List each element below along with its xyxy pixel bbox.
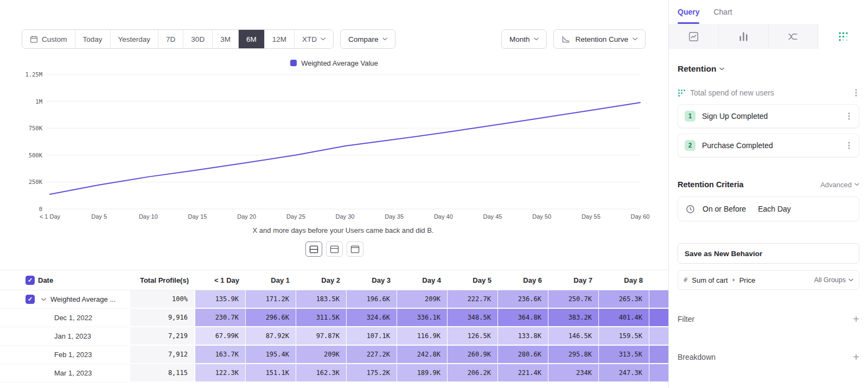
row-view-toggles (0, 241, 668, 257)
table-header-row: ✓DateTotal Profile(s)< 1 DayDay 1Day 2Da… (0, 270, 668, 290)
column-header-day-3: Day 3 (347, 270, 397, 290)
chart-type-bar-chart[interactable] (719, 24, 769, 49)
column-header-day-5: Day 5 (448, 270, 498, 290)
row-expander-icon[interactable] (41, 298, 46, 301)
app-root: CustomTodayYesterday7D30D3M6M12MXTD Comp… (0, 0, 868, 388)
save-behavior-button[interactable]: Save as New Behavior (678, 243, 859, 264)
day-value-cell: 236.6K (498, 290, 548, 309)
column-header-day-2: Day 2 (296, 270, 347, 290)
day-value-cell: 221.4K (498, 364, 548, 383)
row-checkbox-cell (0, 346, 38, 364)
compare-label: Compare (348, 35, 379, 43)
view-toggle-rows-split[interactable] (305, 241, 322, 257)
total-profiles-cell: 7,219 (130, 327, 195, 346)
range-button-yesterday[interactable]: Yesterday (110, 30, 158, 48)
tab-query[interactable]: Query (678, 0, 699, 24)
retention-section-header[interactable]: Retention (678, 64, 859, 74)
criteria-card[interactable]: On or Before Each Day (678, 196, 859, 221)
day-value-cell: 247.3K (599, 364, 649, 383)
total-profiles-cell: 100% (130, 290, 195, 309)
chevron-down-icon (321, 37, 326, 41)
criteria-value: Each Day (758, 205, 791, 213)
step-label: Sign Up Completed (702, 112, 839, 120)
kebab-menu-icon[interactable] (846, 111, 852, 121)
granularity-dropdown[interactable]: Month (501, 29, 547, 49)
x-tick-label: Day 5 (91, 213, 107, 220)
measure-property: Sum of cart (692, 276, 727, 284)
day-value-cell: 67.99K (195, 327, 246, 346)
legend-label: Weighted Average Value (301, 59, 378, 67)
range-button-12m[interactable]: 12M (264, 30, 294, 48)
calendar-icon (30, 35, 38, 43)
group-dropdown[interactable]: All Groups (814, 276, 853, 284)
row-label-cell: Jan 1, 2023 (38, 327, 130, 346)
day-value-cell: 116.9K (397, 327, 448, 346)
kebab-menu-icon[interactable] (853, 88, 859, 98)
range-label: 12M (272, 35, 286, 43)
table-row: Dec 1, 20229,916230.7K296.6K311.5K324.6K… (0, 309, 668, 327)
range-button-7d[interactable]: 7D (158, 30, 183, 48)
measure-sub-property: Price (739, 276, 756, 284)
chart-type-insights-chart[interactable] (669, 24, 719, 49)
range-button-today[interactable]: Today (75, 30, 110, 48)
day-value-cell: 324.6K (347, 309, 397, 327)
day-value-cell: 260.9K (448, 346, 498, 364)
behavior-step[interactable]: 2Purchase Completed (678, 133, 859, 157)
toolbar: CustomTodayYesterday7D30D3M6M12MXTD Comp… (22, 29, 646, 49)
day9-partial-cell (649, 309, 668, 327)
criteria-header: Retention Criteria Advanced (678, 180, 859, 189)
range-label: 7D (166, 35, 175, 43)
chart-type-retention-grid[interactable] (818, 24, 868, 49)
compare-button[interactable]: Compare (340, 29, 396, 49)
number-property-icon: # (684, 276, 687, 284)
panel-tabs: Query Chart (669, 0, 868, 24)
view-toggle-rows-header[interactable] (326, 241, 343, 257)
range-button-3m[interactable]: 3M (212, 30, 238, 48)
chart-type-dropdown[interactable]: Retention Curve (553, 29, 646, 49)
add-filter-button[interactable]: + (853, 314, 859, 325)
day-value-cell: 227.2K (347, 346, 397, 364)
day-value-cell: 295.8K (548, 346, 599, 364)
column-header-day-8: Day 8 (599, 270, 649, 290)
behavior-step[interactable]: 1Sign Up Completed (678, 104, 859, 128)
row-label: Jan 1, 2023 (54, 332, 91, 340)
kebab-menu-icon[interactable] (846, 141, 852, 150)
range-button-xtd[interactable]: XTD (294, 30, 333, 48)
day-value-cell: 280.6K (498, 346, 548, 364)
retention-grid-icon (838, 31, 848, 42)
x-tick-label: Day 15 (188, 213, 207, 220)
chart-legend: Weighted Average Value (0, 58, 668, 68)
tab-chart[interactable]: Chart (713, 0, 732, 24)
day9-partial-cell (649, 346, 668, 364)
day9-partial-cell (649, 327, 668, 346)
day-value-cell: 250.7K (548, 290, 599, 309)
day-value-cell: 97.87K (296, 327, 347, 346)
day-value-cell: 171.2K (246, 290, 296, 309)
criteria-mode-dropdown[interactable]: Advanced (820, 181, 859, 189)
measure-row[interactable]: # Sum of cart Price All Groups (678, 270, 859, 290)
range-button-30d[interactable]: 30D (183, 30, 212, 48)
x-tick-label: Day 55 (582, 213, 601, 220)
row-checkbox-cell (0, 327, 38, 346)
row-checkbox-cell (0, 364, 38, 383)
view-toggle-rows-compact[interactable] (347, 241, 363, 257)
clock-icon (686, 205, 695, 214)
total-profiles-cell: 7,912 (130, 346, 195, 364)
chart-type-flows-chart[interactable] (769, 24, 819, 49)
add-breakdown-button[interactable]: + (853, 352, 859, 362)
header-checkbox-cell: ✓ (0, 270, 38, 290)
step-number-badge: 2 (685, 140, 695, 151)
table-row: Jan 1, 20237,21967.99K87.92K97.87K107.1K… (0, 327, 668, 346)
y-tick-label: 1.25M (25, 71, 42, 78)
total-profiles-cell: 8,115 (130, 364, 195, 383)
range-button-custom[interactable]: Custom (22, 30, 75, 48)
header-sliver-cell (649, 270, 668, 290)
range-button-6m[interactable]: 6M (238, 30, 264, 48)
chevron-down-icon (854, 183, 859, 186)
chevron-down-icon (382, 37, 387, 41)
select-all-checkbox[interactable]: ✓ (25, 276, 35, 285)
table-row: Mar 1, 20238,115122.3K151.1K162.3K175.2K… (0, 364, 668, 383)
row-checkbox[interactable]: ✓ (25, 295, 35, 304)
day-value-cell: 195.4K (246, 346, 296, 364)
rows-header-icon (330, 245, 339, 253)
